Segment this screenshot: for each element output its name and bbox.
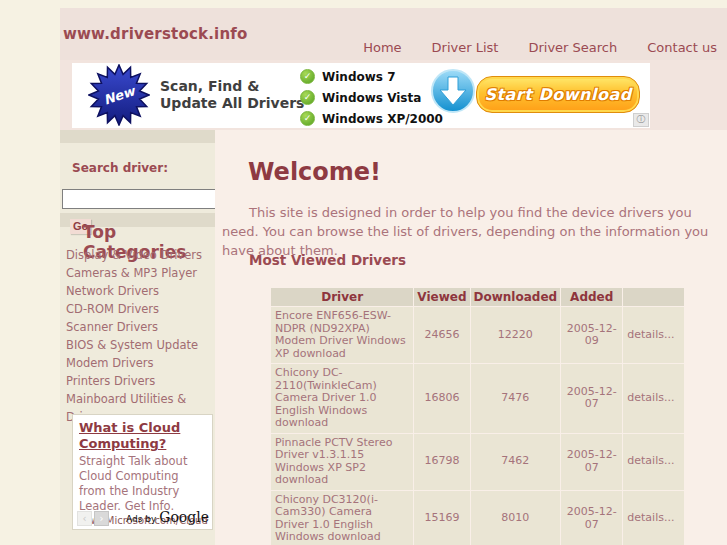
details-link[interactable]: details...: [623, 491, 684, 545]
col-header-driver: Driver: [271, 288, 413, 306]
site-title: www.driverstock.info: [63, 25, 248, 43]
table-row: Pinnacle PCTV Stereo Driver v1.3.1.15 Wi…: [271, 434, 684, 490]
added-date: 2005-12-07: [561, 434, 622, 490]
category-cdrom[interactable]: CD-ROM Drivers: [66, 300, 216, 318]
ad-body-text: Straight Talk about Cloud Computing from…: [79, 454, 206, 514]
driver-name: Chicony DC3120(i-Cam330) Camera Driver 1…: [271, 491, 413, 545]
col-header-viewed: Viewed: [414, 288, 469, 306]
google-logo: Google: [159, 509, 209, 525]
search-driver-label: Search driver:: [72, 161, 168, 175]
main-content: Welcome! This site is designed in order …: [215, 130, 727, 545]
header: www.driverstock.info Home Driver List Dr…: [60, 8, 727, 60]
ad-footer: ‹ › Ads by Google: [73, 511, 212, 526]
sidebar-ad: What is Cloud Computing? Straight Talk a…: [72, 414, 213, 530]
adchoices-icon[interactable]: ⓘ: [633, 113, 649, 127]
search-input[interactable]: [62, 189, 224, 209]
banner-strip: New Scan, Find & Update All Drivers ✓ Wi…: [60, 60, 727, 130]
banner-headline: Scan, Find & Update All Drivers: [160, 78, 304, 112]
sidebar: Search driver: Go Top Categories Display…: [60, 130, 215, 545]
details-link[interactable]: details...: [623, 307, 684, 363]
driver-name: Encore ENF656-ESW-NDPR (ND92XPA) Modem D…: [271, 307, 413, 363]
category-network[interactable]: Network Drivers: [66, 282, 216, 300]
category-cameras-mp3[interactable]: Cameras & MP3 Player: [66, 264, 216, 282]
col-header-added: Added: [561, 288, 622, 306]
start-download-button[interactable]: Start Download: [476, 76, 640, 113]
table-row: Encore ENF656-ESW-NDPR (ND92XPA) Modem D…: [271, 307, 684, 363]
viewed-count: 16798: [414, 434, 469, 490]
downloaded-count: 12220: [471, 307, 561, 363]
col-header-details: [623, 288, 684, 306]
nav-driver-list[interactable]: Driver List: [432, 40, 499, 55]
page: www.driverstock.info Home Driver List Dr…: [0, 0, 727, 545]
added-date: 2005-12-09: [561, 307, 622, 363]
new-badge-icon: New: [88, 64, 150, 126]
category-display-video[interactable]: Display & Video Drivers: [66, 246, 216, 264]
sidebar-divider: [60, 130, 215, 143]
category-list: Display & Video Drivers Cameras & MP3 Pl…: [66, 246, 216, 426]
check-icon: ✓: [300, 69, 315, 84]
viewed-count: 24656: [414, 307, 469, 363]
ad-title-link[interactable]: What is Cloud Computing?: [79, 420, 206, 452]
downloaded-count: 7476: [471, 364, 561, 433]
category-modem[interactable]: Modem Drivers: [66, 354, 216, 372]
driver-name: Pinnacle PCTV Stereo Driver v1.3.1.15 Wi…: [271, 434, 413, 490]
category-scanner[interactable]: Scanner Drivers: [66, 318, 216, 336]
check-icon: ✓: [300, 90, 315, 105]
downloaded-count: 7462: [471, 434, 561, 490]
prev-arrow-icon[interactable]: ‹: [77, 511, 92, 526]
page-title: Welcome!: [248, 158, 381, 186]
details-link[interactable]: details...: [623, 364, 684, 433]
check-icon: ✓: [300, 111, 315, 126]
nav-contact-us[interactable]: Contact us: [647, 40, 717, 55]
main-nav: Home Driver List Driver Search Contact u…: [363, 40, 717, 55]
os-item: ✓ Windows Vista: [300, 87, 443, 108]
most-viewed-title: Most Viewed Drivers: [249, 252, 406, 268]
added-date: 2005-12-07: [561, 491, 622, 545]
col-header-downloaded: Downloaded: [471, 288, 561, 306]
added-date: 2005-12-07: [561, 364, 622, 433]
nav-driver-search[interactable]: Driver Search: [528, 40, 617, 55]
most-viewed-table: Driver Viewed Downloaded Added Encore EN…: [270, 287, 685, 545]
details-link[interactable]: details...: [623, 434, 684, 490]
viewed-count: 16806: [414, 364, 469, 433]
table-header-row: Driver Viewed Downloaded Added: [271, 288, 684, 306]
driver-name: Chicony DC-2110(TwinkleCam) Camera Drive…: [271, 364, 413, 433]
download-arrow-icon[interactable]: [430, 68, 476, 114]
os-list: ✓ Windows 7 ✓ Windows Vista ✓ Windows XP…: [300, 66, 443, 129]
os-item: ✓ Windows XP/2000: [300, 108, 443, 129]
next-arrow-icon[interactable]: ›: [94, 511, 109, 526]
category-printers[interactable]: Printers Drivers: [66, 372, 216, 390]
os-item: ✓ Windows 7: [300, 66, 443, 87]
banner-ad[interactable]: New Scan, Find & Update All Drivers ✓ Wi…: [72, 63, 650, 128]
category-bios[interactable]: BIOS & System Update: [66, 336, 216, 354]
ads-by-google-label: Ads by Google: [126, 509, 209, 525]
table-row: Chicony DC3120(i-Cam330) Camera Driver 1…: [271, 491, 684, 545]
downloaded-count: 8010: [471, 491, 561, 545]
table-row: Chicony DC-2110(TwinkleCam) Camera Drive…: [271, 364, 684, 433]
nav-home[interactable]: Home: [363, 40, 401, 55]
viewed-count: 15169: [414, 491, 469, 545]
